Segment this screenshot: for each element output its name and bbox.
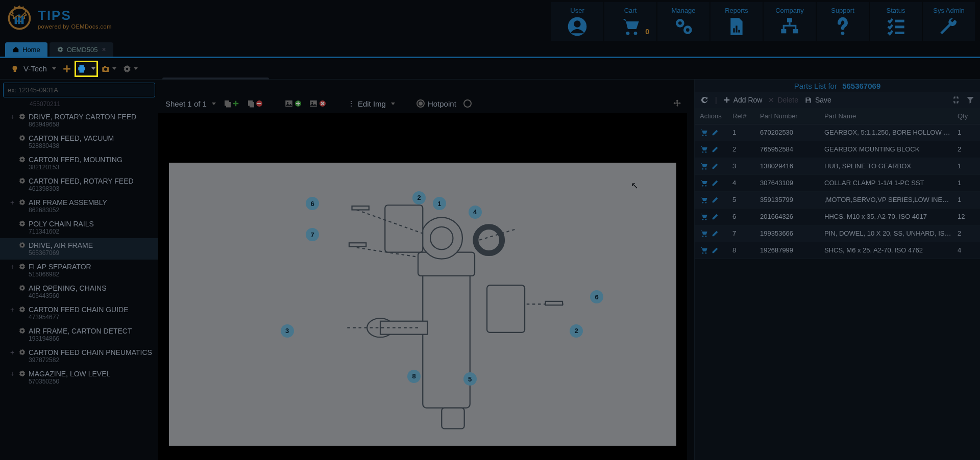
expand-icon[interactable]: + <box>10 113 18 121</box>
edit-icon[interactable] <box>711 162 719 170</box>
callout-1[interactable]: 1 <box>433 197 446 210</box>
drawing-svg <box>169 163 677 446</box>
camera-icon[interactable] <box>101 64 110 73</box>
tree-item[interactable]: CARTON FEED, MOUNTING 382120153 <box>0 152 158 174</box>
delete-button[interactable]: ✕ Delete <box>768 96 798 104</box>
tree-item[interactable]: + DRIVE, ROTARY CARTON FEED 863949658 <box>0 110 158 131</box>
callout-5[interactable]: 5 <box>463 372 477 386</box>
hotpoint-radio-on[interactable]: Hotpoint <box>416 99 456 108</box>
expand-icon[interactable]: + <box>10 348 18 356</box>
cart-icon[interactable] <box>700 246 708 254</box>
table-row[interactable]: 5 359135799 ,MOTOR,SERVO,VP SERIES,LOW I… <box>695 192 980 209</box>
cart-icon[interactable] <box>700 229 708 238</box>
sheet-selector[interactable]: Sheet 1 of 1 <box>165 99 216 108</box>
topnav-cart[interactable]: Cart 0 <box>604 2 656 41</box>
drawing-canvas[interactable]: 6214736285 ↖ <box>169 163 677 446</box>
logo[interactable]: TIPS powered by OEMDocs.com <box>0 0 117 37</box>
table-row[interactable]: 6 201664326 HHCS, M10 x 35, A2-70, ISO 4… <box>695 209 980 225</box>
callout-2[interactable]: 2 <box>412 191 426 205</box>
col-qty[interactable]: Qty <box>958 112 980 120</box>
topnav-user[interactable]: User <box>551 2 603 41</box>
tree-item[interactable]: + MAGAZINE, LOW LEVEL 570350250 <box>0 367 158 388</box>
topnav-status[interactable]: Status <box>870 2 922 41</box>
topnav-label: User <box>570 7 584 14</box>
callout-8[interactable]: 8 <box>407 370 421 383</box>
callout-3[interactable]: 3 <box>281 324 294 338</box>
plus-icon[interactable] <box>62 64 71 73</box>
hotpoint-radio-off[interactable] <box>463 99 472 108</box>
save-button[interactable]: Save <box>804 96 831 104</box>
expand-icon[interactable]: + <box>10 370 18 378</box>
tree-item[interactable]: + FLAP SEPARATOR 515066982 <box>0 260 158 281</box>
expand-icon[interactable]: + <box>10 198 18 207</box>
dropdown-caret-icon[interactable] <box>91 67 95 70</box>
tree-item[interactable]: POLY CHAIN RAILS 711341602 <box>0 217 158 238</box>
tree-item[interactable]: + AIR FRAME ASSEMBLY 862683052 <box>0 195 158 217</box>
cart-icon[interactable] <box>700 145 708 154</box>
topnav-reports[interactable]: Reports <box>710 2 763 41</box>
dropdown-caret-icon[interactable] <box>52 67 56 70</box>
expand-icon[interactable]: + <box>10 305 18 314</box>
filter-icon[interactable] <box>966 95 975 105</box>
copy-add-button[interactable] <box>223 99 239 108</box>
tree-item[interactable]: + CARTON FEED CHAIN GUIDE 473954677 <box>0 302 158 324</box>
callout-4[interactable]: 4 <box>469 206 482 219</box>
tree-item[interactable]: AIR OPENING, CHAINS 405443560 <box>0 281 158 302</box>
tree-item[interactable]: CARTON FEED, ROTARY FEED 461398303 <box>0 174 158 195</box>
print-icon[interactable] <box>77 64 86 73</box>
topnav-sys-admin[interactable]: Sys Admin <box>923 2 975 41</box>
tree-item[interactable]: CARTON FEED, VACUUM 528830438 <box>0 131 158 152</box>
image-add-button[interactable] <box>284 99 302 108</box>
col-ref[interactable]: Ref# <box>729 112 760 120</box>
topnav-support[interactable]: Support <box>817 2 869 41</box>
copy-remove-button[interactable] <box>247 99 263 108</box>
tree-item[interactable]: + CARTON FEED CHAIN PNEUMATICS 397872582 <box>0 345 158 367</box>
tab-oemd505[interactable]: OEMD505 × <box>50 42 113 57</box>
tab-home[interactable]: Home <box>5 42 47 57</box>
print-button-highlighted[interactable] <box>75 61 98 77</box>
col-part-number[interactable]: Part Number <box>760 112 824 120</box>
dropdown-caret-icon[interactable] <box>134 67 138 70</box>
add-icon <box>232 100 239 107</box>
table-row[interactable]: 1 670202530 GEARBOX, 5:1,1.250, BORE HOL… <box>695 124 980 141</box>
image-remove-button[interactable] <box>309 99 326 108</box>
cart-icon[interactable] <box>700 162 708 170</box>
edit-icon[interactable] <box>711 229 719 238</box>
expand-icon[interactable]: + <box>10 263 18 271</box>
edit-icon[interactable] <box>711 145 719 154</box>
bulb-icon[interactable] <box>10 64 19 73</box>
edit-icon[interactable] <box>711 196 719 204</box>
search-input[interactable] <box>3 83 155 97</box>
project-label[interactable]: V-Tech <box>23 64 47 73</box>
edit-icon[interactable] <box>711 129 719 137</box>
drawing-viewer[interactable]: 6214736285 ↖ <box>158 113 687 460</box>
table-row[interactable]: 2 765952584 GEARBOX MOUNTING BLOCK 2 <box>695 141 980 158</box>
close-icon[interactable]: × <box>102 45 106 54</box>
cart-icon[interactable] <box>700 196 708 204</box>
table-row[interactable]: 7 199353666 PIN, DOWEL, 10 X 20, SS, UNH… <box>695 225 980 242</box>
table-row[interactable]: 8 192687999 SHCS, M6 x 25, A2-70, ISO 47… <box>695 242 980 259</box>
col-part-name[interactable]: Part Name <box>824 112 958 120</box>
cart-icon[interactable] <box>700 179 708 187</box>
dropdown-caret-icon[interactable] <box>112 67 116 70</box>
compress-icon[interactable] <box>951 95 961 105</box>
gear-icon[interactable] <box>122 64 132 73</box>
tree-item[interactable]: AIR FRAME, CARTON DETECT 193194866 <box>0 324 158 345</box>
cart-icon[interactable] <box>700 129 708 137</box>
table-row[interactable]: 4 307643109 COLLAR CLAMP 1-1/4 1-PC SST … <box>695 175 980 192</box>
gear-icon <box>57 46 64 53</box>
topnav-manage[interactable]: Manage <box>657 2 709 41</box>
topnav-company[interactable]: Company <box>764 2 816 41</box>
remove-icon <box>256 100 263 107</box>
edit-icon[interactable] <box>711 246 719 254</box>
refresh-icon[interactable] <box>700 95 709 105</box>
tree-item[interactable]: DRIVE, AIR FRAME 565367069 <box>0 238 158 260</box>
edit-img-menu[interactable]: ⋮ Edit Img <box>348 99 395 108</box>
move-icon[interactable] <box>673 99 682 108</box>
table-row[interactable]: 3 138029416 HUB, SPLINE TO GEARBOX 1 <box>695 158 980 175</box>
edit-icon[interactable] <box>711 213 719 221</box>
edit-icon[interactable] <box>711 179 719 187</box>
add-row-button[interactable]: Add Row <box>723 96 763 104</box>
tree[interactable]: + DRIVE, ROTARY CARTON FEED 863949658 CA… <box>0 108 158 460</box>
cart-icon[interactable] <box>700 213 708 221</box>
